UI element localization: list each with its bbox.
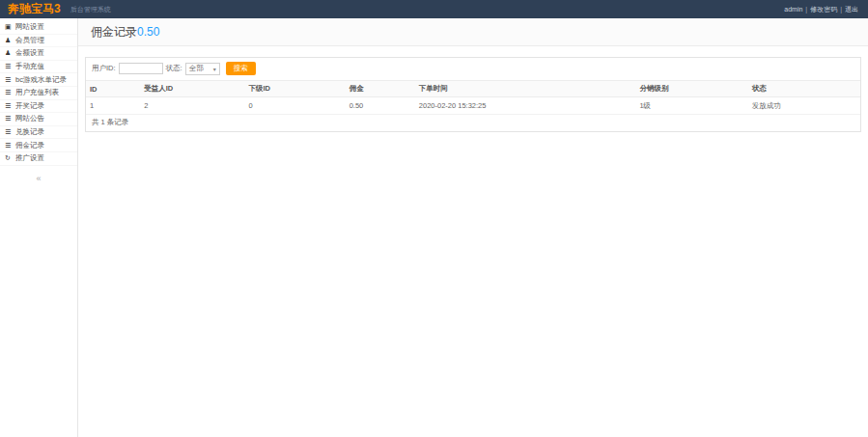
user-icon: ♟: [5, 49, 14, 57]
page-titlebar: 佣金记录 0.50: [78, 18, 868, 46]
commission-table: ID受益人ID下级ID佣金下单时间分销级别状态 1200.502020-02-2…: [86, 80, 860, 115]
list-icon: ☰: [5, 128, 14, 136]
commission-total: 0.50: [137, 25, 159, 39]
list-icon: ☰: [5, 142, 14, 150]
table-header-cell: 分销级别: [635, 81, 747, 97]
table-cell: 发放成功: [748, 97, 860, 115]
list-icon: ☰: [5, 102, 14, 110]
sidebar-menu: ▣ 网站设置 ♟ 会员管理 ♟ 金额设置 ☰ 手动充值 ☰ bc游戏水单记录 ☰…: [0, 21, 77, 166]
records-card: 用户ID: 状态: 全部 ▾ 搜索 ID受益人ID下级ID佣金下单时间分销级别状…: [85, 57, 861, 132]
sidebar-item-label: 网站设置: [15, 22, 44, 32]
page-layout: ▣ 网站设置 ♟ 会员管理 ♟ 金额设置 ☰ 手动充值 ☰ bc游戏水单记录 ☰…: [0, 18, 868, 437]
table-cell: 1级: [635, 97, 747, 115]
table-cell: 2020-02-20 15:32:25: [415, 97, 636, 115]
top-navbar: 奔驰宝马3 后台管理系统 admin | 修改密码 | 退出: [0, 0, 868, 18]
user-icon: ♟: [5, 37, 14, 44]
navbar-subtitle: 后台管理系统: [70, 5, 111, 14]
table-cell: 0.50: [346, 97, 415, 115]
gear-icon: ↻: [5, 154, 14, 162]
navbar-user-area: admin | 修改密码 | 退出: [784, 5, 858, 14]
status-select[interactable]: 全部 ▾: [185, 63, 220, 75]
sidebar-item-label: 推广设置: [15, 153, 44, 163]
table-row: 1200.502020-02-20 15:32:251级发放成功: [86, 97, 860, 115]
sidebar-item[interactable]: ♟ 金额设置: [0, 47, 77, 61]
sidebar-item[interactable]: ☰ 佣金记录: [0, 139, 77, 152]
list-icon: ☰: [5, 63, 14, 70]
navbar-username: admin: [784, 6, 802, 13]
logout-link[interactable]: 退出: [845, 5, 858, 14]
user-id-label: 用户ID:: [92, 64, 116, 73]
table-header-cell: 下单时间: [415, 81, 636, 97]
table-cell: 1: [86, 97, 140, 115]
sidebar: ▣ 网站设置 ♟ 会员管理 ♟ 金额设置 ☰ 手动充值 ☰ bc游戏水单记录 ☰…: [0, 18, 78, 437]
status-label: 状态:: [166, 64, 182, 73]
table-body: 1200.502020-02-20 15:32:251级发放成功: [86, 97, 860, 115]
sidebar-item-label: 用户充值列表: [15, 88, 59, 97]
sidebar-item-label: 兑换记录: [15, 127, 44, 137]
search-button[interactable]: 搜索: [226, 62, 256, 75]
table-header-cell: 下级ID: [244, 81, 345, 97]
sidebar-collapse-icon[interactable]: «: [0, 174, 77, 183]
table-cell: 0: [244, 97, 345, 115]
sidebar-item-label: 网站公告: [15, 114, 44, 123]
sidebar-item[interactable]: ☰ 网站公告: [0, 113, 77, 126]
status-select-value: 全部: [189, 64, 204, 73]
sidebar-item[interactable]: ♟ 会员管理: [0, 35, 77, 48]
main-content: 佣金记录 0.50 用户ID: 状态: 全部 ▾ 搜索 ID受益人ID下级ID佣…: [78, 18, 868, 437]
page-title: 佣金记录: [91, 24, 137, 41]
sidebar-item-label: 金额设置: [15, 48, 44, 58]
list-icon: ☰: [5, 89, 14, 96]
sidebar-item-label: 佣金记录: [15, 141, 44, 150]
brand-logo[interactable]: 奔驰宝马3: [8, 0, 61, 18]
table-header-row: ID受益人ID下级ID佣金下单时间分销级别状态: [86, 81, 860, 97]
sidebar-item[interactable]: ☰ 兑换记录: [0, 126, 77, 140]
navbar-separator: |: [805, 6, 807, 13]
change-password-link[interactable]: 修改密码: [810, 5, 837, 14]
table-header-cell: 佣金: [346, 81, 415, 97]
sidebar-item[interactable]: ☰ 用户充值列表: [0, 87, 77, 100]
sidebar-item[interactable]: ☰ 手动充值: [0, 61, 77, 74]
navbar-separator: |: [840, 6, 842, 13]
sidebar-item-label: bc游戏水单记录: [15, 75, 67, 85]
sidebar-item[interactable]: ↻ 推广设置: [0, 152, 77, 166]
chevron-down-icon: ▾: [213, 66, 216, 72]
monitor-icon: ▣: [5, 23, 14, 31]
sidebar-item[interactable]: ▣ 网站设置: [0, 21, 77, 35]
list-icon: ☰: [5, 76, 14, 84]
sidebar-item[interactable]: ☰ bc游戏水单记录: [0, 73, 77, 87]
list-icon: ☰: [5, 115, 14, 123]
sidebar-item-label: 开奖记录: [15, 101, 44, 111]
sidebar-item-label: 手动充值: [15, 62, 44, 71]
table-header-cell: 状态: [748, 81, 860, 97]
sidebar-item[interactable]: ☰ 开奖记录: [0, 100, 77, 114]
table-header-cell: ID: [86, 81, 140, 97]
user-id-input[interactable]: [119, 63, 163, 74]
table-cell: 2: [140, 97, 244, 115]
sidebar-item-label: 会员管理: [15, 36, 44, 45]
table-header-cell: 受益人ID: [140, 81, 244, 97]
record-count: 共 1 条记录: [86, 115, 860, 131]
filter-bar: 用户ID: 状态: 全部 ▾ 搜索: [86, 58, 860, 80]
